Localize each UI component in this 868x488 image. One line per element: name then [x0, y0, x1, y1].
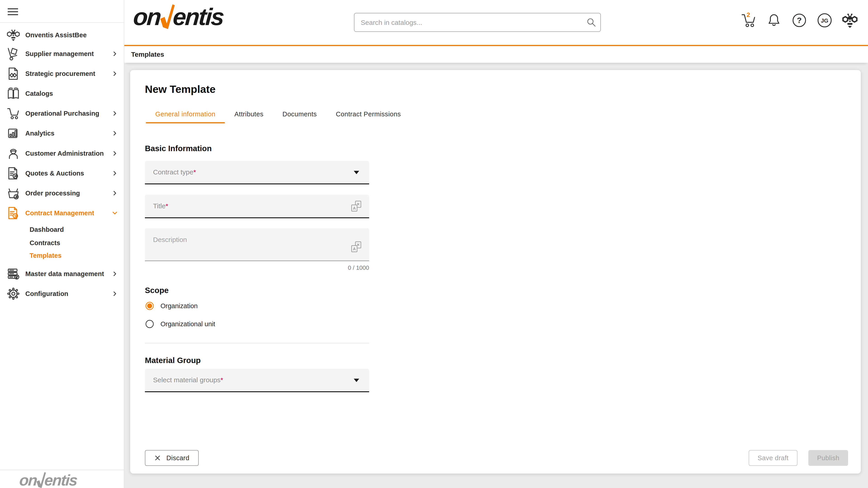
user-avatar[interactable]: JG — [816, 12, 833, 29]
sidebar-item-supplier-management[interactable]: Supplier management — [0, 44, 124, 64]
search-input[interactable] — [354, 13, 573, 32]
search-icon[interactable] — [586, 17, 597, 28]
breadcrumb-bar: Templates — [124, 46, 868, 63]
cart-button[interactable]: 2 — [741, 12, 757, 29]
tab-contract-permissions[interactable]: Contract Permissions — [327, 106, 410, 123]
sidebar-item-quotes-auctions[interactable]: Quotes & Auctions — [0, 163, 124, 183]
sidebar-item-templates[interactable]: Templates — [0, 249, 124, 262]
shopping-cart-icon — [6, 106, 20, 121]
basket-clock-icon — [6, 186, 20, 200]
section-material-group: Material Group — [145, 356, 201, 365]
chevron-right-icon — [111, 190, 119, 197]
onventis-logo: on entis — [133, 4, 223, 28]
tab-documents[interactable]: Documents — [273, 106, 327, 123]
publish-button[interactable]: Publish — [808, 450, 848, 466]
sidebar-item-catalogs[interactable]: Catalogs — [0, 84, 124, 103]
svg-text:A: A — [353, 247, 356, 251]
chevron-right-icon — [111, 50, 119, 57]
discard-button[interactable]: Discard — [145, 450, 199, 466]
logo-prefix: on — [132, 6, 161, 28]
material-groups-select[interactable]: Select material groups* — [145, 369, 369, 392]
description-placeholder: Description — [153, 236, 187, 243]
svg-text:?: ? — [797, 16, 802, 25]
sidebar-footer-logo: on entis — [20, 472, 77, 487]
sidebar-item-configuration[interactable]: Configuration — [0, 284, 124, 304]
sidebar-item-customer-administration[interactable]: Customer Administration — [0, 143, 124, 163]
document-paragraph-icon: § — [6, 206, 20, 220]
top-bar: on entis 2 ? JG — [124, 0, 868, 46]
sidebar-item-label: Dashboard — [30, 226, 64, 233]
sidebar-footer-divider — [0, 470, 124, 470]
footer-logo-suffix: entis — [44, 473, 78, 487]
sidebar-nav: Onventis AssistBee Supplier management S… — [0, 0, 124, 488]
sidebar-item-strategic-procurement[interactable]: Strategic procurement — [0, 64, 124, 84]
required-marker: * — [220, 376, 223, 384]
sidebar-item-label: Supplier management — [25, 50, 94, 58]
sidebar-item-label: Master data management — [25, 270, 104, 278]
save-draft-button[interactable]: Save draft — [749, 450, 798, 466]
required-marker: * — [166, 202, 168, 210]
breadcrumb[interactable]: Templates — [131, 51, 164, 58]
logo-suffix: entis — [172, 6, 224, 28]
hand-truck-icon — [6, 47, 20, 61]
sidebar: Onventis AssistBee Supplier management S… — [0, 0, 124, 488]
sidebar-item-master-data-management[interactable]: Master data management — [0, 264, 124, 284]
sidebar-item-label: Templates — [30, 252, 61, 259]
title-label: Title* — [153, 202, 168, 210]
required-marker: * — [193, 168, 196, 176]
tab-attributes[interactable]: Attributes — [225, 106, 273, 123]
document-handshake-icon — [6, 67, 20, 80]
discard-label: Discard — [166, 454, 189, 462]
sidebar-item-label: Contracts — [30, 239, 60, 247]
sidebar-item-operational-purchasing[interactable]: Operational Purchasing — [0, 103, 124, 123]
radio-organizational-unit[interactable]: Organizational unit — [146, 320, 215, 328]
sidebar-item-dashboard[interactable]: Dashboard — [0, 223, 124, 236]
bar-chart-icon — [6, 126, 20, 140]
assistbee-button[interactable] — [842, 12, 858, 29]
publish-label: Publish — [817, 454, 839, 462]
content-area: New Template General information Attribu… — [124, 63, 868, 488]
sidebar-item-contract-management[interactable]: § Contract Management — [0, 203, 124, 223]
tab-general-information[interactable]: General information — [146, 106, 225, 123]
new-template-card: New Template General information Attribu… — [130, 70, 861, 474]
sidebar-item-label: Onventis AssistBee — [25, 31, 87, 39]
description-textarea[interactable]: Description A — [145, 228, 369, 261]
sidebar-item-assistbee[interactable]: Onventis AssistBee — [0, 25, 124, 45]
section-divider — [145, 343, 369, 344]
close-icon — [154, 455, 161, 461]
radio-organization[interactable]: Organization — [146, 302, 197, 310]
notifications-button[interactable] — [766, 12, 782, 29]
contract-type-select[interactable]: Contract type* — [145, 161, 369, 184]
svg-text:§: § — [14, 214, 16, 218]
cart-badge: 2 — [747, 11, 750, 19]
page-title: New Template — [145, 83, 216, 95]
chevron-right-icon — [111, 270, 119, 278]
radio-unselected-icon — [146, 320, 154, 328]
search-box — [354, 13, 601, 32]
sidebar-item-label: Order processing — [25, 190, 80, 197]
title-field[interactable]: Title* A — [145, 195, 369, 218]
section-scope: Scope — [145, 286, 168, 295]
person-cap-icon — [6, 147, 20, 160]
chevron-right-icon — [111, 130, 119, 137]
chevron-right-icon — [111, 70, 119, 77]
help-button[interactable]: ? — [791, 12, 807, 29]
sidebar-item-contracts[interactable]: Contracts — [0, 236, 124, 250]
sidebar-item-analytics[interactable]: Analytics — [0, 123, 124, 143]
data-rows-check-icon — [6, 267, 20, 281]
bee-icon — [6, 28, 20, 42]
dropdown-arrow-icon — [354, 379, 359, 382]
translate-icon[interactable]: A — [350, 240, 363, 254]
chevron-right-icon — [111, 150, 119, 157]
sidebar-item-label: Strategic procurement — [25, 70, 95, 77]
chevron-right-icon — [111, 170, 119, 177]
section-basic-information: Basic Information — [145, 144, 212, 153]
save-draft-label: Save draft — [757, 454, 788, 462]
app-root: Onventis AssistBee Supplier management S… — [0, 0, 868, 488]
contract-type-label: Contract type* — [153, 168, 196, 176]
material-groups-label: Select material groups* — [153, 376, 223, 384]
translate-icon[interactable]: A — [350, 200, 363, 213]
sidebar-item-order-processing[interactable]: Order processing — [0, 183, 124, 203]
radio-label: Organization — [160, 302, 197, 310]
document-percent-icon — [6, 166, 20, 180]
